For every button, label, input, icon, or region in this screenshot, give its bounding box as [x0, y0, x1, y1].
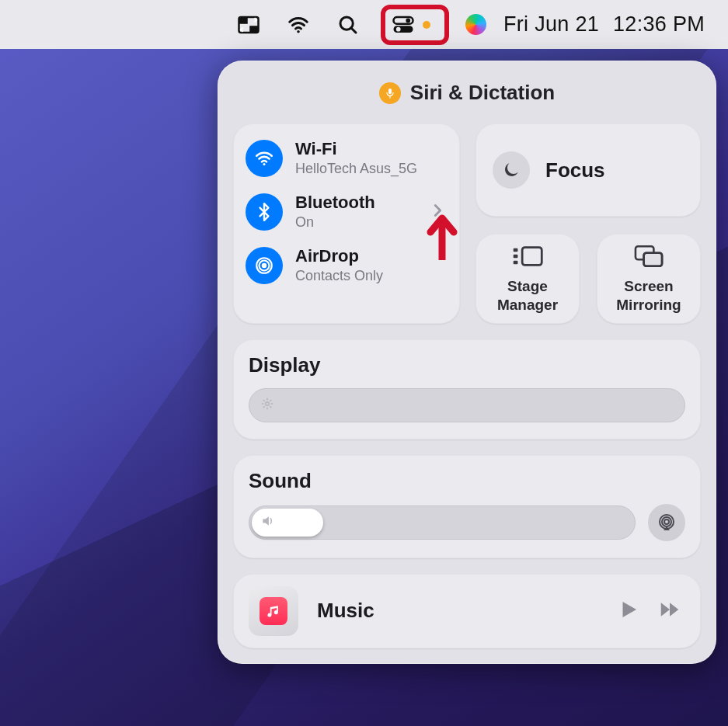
menu-bar: Fri Jun 21 12:36 PM	[0, 0, 728, 49]
airdrop-status: Contacts Only	[295, 268, 383, 284]
menubar-clock[interactable]: Fri Jun 21 12:36 PM	[503, 12, 705, 36]
bluetooth-toggle[interactable]: Bluetooth On	[244, 188, 449, 235]
svg-rect-2	[249, 26, 258, 33]
wifi-network-name: HelloTech Asus_5G	[295, 161, 417, 177]
activity-indicator-dot	[423, 21, 430, 29]
svg-rect-17	[514, 261, 518, 265]
svg-point-22	[664, 519, 669, 524]
wifi-menubar-icon[interactable]	[281, 8, 315, 42]
bluetooth-label: Bluetooth	[295, 193, 375, 213]
svg-rect-9	[388, 89, 392, 94]
svg-point-8	[396, 26, 401, 31]
spotlight-search-icon[interactable]	[331, 8, 365, 42]
play-button[interactable]	[617, 598, 640, 624]
airplay-audio-button[interactable]	[648, 504, 685, 541]
display-card: Display	[233, 339, 701, 439]
menubar-date: Fri Jun 21	[503, 12, 599, 36]
bluetooth-icon	[246, 193, 283, 231]
stage-manager-button[interactable]: Stage Manager	[475, 234, 580, 324]
svg-point-3	[297, 30, 300, 33]
airdrop-toggle[interactable]: AirDrop Contacts Only	[244, 241, 449, 289]
control-center-header[interactable]: Siri & Dictation	[233, 76, 701, 108]
focus-button[interactable]: Focus	[475, 123, 701, 217]
speaker-icon	[260, 513, 276, 532]
screen-mirroring-icon	[632, 243, 666, 269]
brightness-slider[interactable]	[249, 388, 685, 422]
svg-rect-19	[644, 253, 662, 266]
stage-manager-label: Stage Manager	[497, 277, 558, 314]
control-center-icon	[392, 13, 415, 36]
svg-point-10	[263, 163, 265, 165]
volume-slider[interactable]	[249, 505, 636, 540]
svg-rect-1	[239, 17, 247, 24]
svg-point-23	[662, 517, 671, 526]
airplay-icon	[657, 513, 676, 532]
wifi-icon	[246, 140, 283, 177]
svg-point-11	[262, 262, 267, 268]
album-art	[249, 586, 298, 636]
control-center-panel: Siri & Dictation Wi-Fi HelloTech Asus_5G…	[218, 61, 716, 664]
control-center-header-title: Siri & Dictation	[410, 81, 555, 105]
display-title: Display	[249, 353, 685, 377]
now-playing-title: Music	[317, 599, 598, 623]
now-playing-card[interactable]: Music	[233, 574, 701, 648]
microphone-active-icon	[379, 82, 401, 104]
chevron-right-icon[interactable]	[429, 202, 446, 222]
airdrop-label: AirDrop	[295, 246, 383, 266]
wifi-label: Wi-Fi	[295, 139, 417, 159]
screen-mirroring-label: Screen Mirroring	[616, 277, 681, 314]
sound-card: Sound	[233, 455, 701, 558]
keyboard-layout-icon[interactable]	[232, 8, 266, 42]
siri-menubar-icon[interactable]	[465, 8, 488, 42]
svg-rect-15	[514, 248, 518, 252]
stage-manager-icon	[510, 243, 545, 269]
bluetooth-status: On	[295, 214, 375, 231]
moon-icon	[493, 151, 530, 189]
airdrop-icon	[246, 247, 283, 284]
control-center-menubar-button[interactable]	[381, 5, 449, 45]
focus-label: Focus	[545, 158, 605, 182]
sun-icon	[260, 397, 274, 414]
svg-point-21	[266, 401, 270, 405]
screen-mirroring-button[interactable]: Screen Mirroring	[597, 234, 701, 324]
svg-point-6	[406, 18, 410, 23]
next-track-button[interactable]	[654, 598, 685, 624]
sound-title: Sound	[249, 469, 685, 493]
svg-rect-14	[522, 248, 542, 266]
music-app-icon	[260, 597, 287, 625]
svg-rect-16	[514, 255, 518, 259]
wifi-toggle[interactable]: Wi-Fi HelloTech Asus_5G	[244, 134, 449, 182]
menubar-time: 12:36 PM	[613, 12, 705, 36]
connectivity-card: Wi-Fi HelloTech Asus_5G Bluetooth On	[233, 123, 460, 324]
